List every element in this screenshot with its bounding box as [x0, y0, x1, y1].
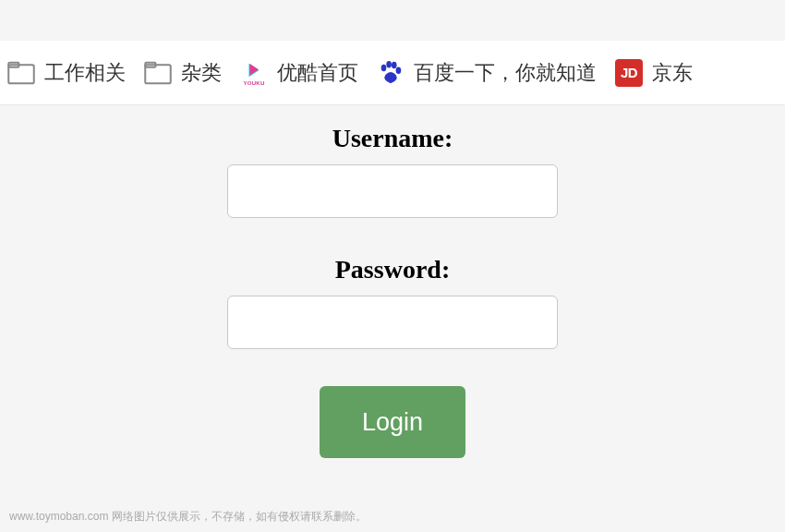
password-group: Password:	[0, 255, 785, 349]
bookmark-label: 优酷首页	[277, 59, 358, 87]
username-input[interactable]	[227, 164, 558, 218]
username-group: Username:	[0, 124, 785, 218]
bookmark-label: 百度一下，你就知道	[414, 59, 597, 87]
login-button[interactable]: Login	[320, 386, 465, 458]
svg-point-5	[386, 60, 392, 67]
browser-chrome-spacer	[0, 0, 785, 41]
bookmark-label: 工作相关	[44, 59, 126, 87]
login-form-area: Username: Password: Login	[0, 105, 785, 458]
username-label: Username:	[332, 124, 453, 153]
bookmark-baidu[interactable]: 百度一下，你就知道	[377, 59, 597, 87]
jd-icon: JD	[615, 59, 643, 87]
bookmark-bar: 工作相关 杂类 YOUKU 优酷首页 百度一下，你就知道 JD	[0, 41, 785, 105]
password-input[interactable]	[227, 296, 558, 349]
folder-icon	[144, 61, 172, 85]
password-label: Password:	[335, 255, 450, 284]
bookmark-misc-folder[interactable]: 杂类	[144, 59, 222, 87]
baidu-paw-icon	[377, 59, 405, 87]
svg-point-6	[392, 61, 397, 68]
bookmark-label: 杂类	[181, 59, 222, 87]
folder-icon	[7, 61, 35, 85]
bookmark-jd[interactable]: JD 京东	[615, 59, 693, 87]
svg-point-4	[381, 64, 387, 71]
bookmark-youku[interactable]: YOUKU 优酷首页	[240, 59, 358, 87]
svg-point-7	[396, 66, 402, 74]
footer-disclaimer: www.toymoban.com 网络图片仅供展示，不存储，如有侵权请联系删除。	[9, 509, 367, 525]
youku-icon: YOUKU	[240, 59, 268, 87]
bookmark-work-folder[interactable]: 工作相关	[7, 59, 126, 87]
bookmark-label: 京东	[652, 59, 693, 87]
login-button-wrap: Login	[0, 386, 785, 458]
